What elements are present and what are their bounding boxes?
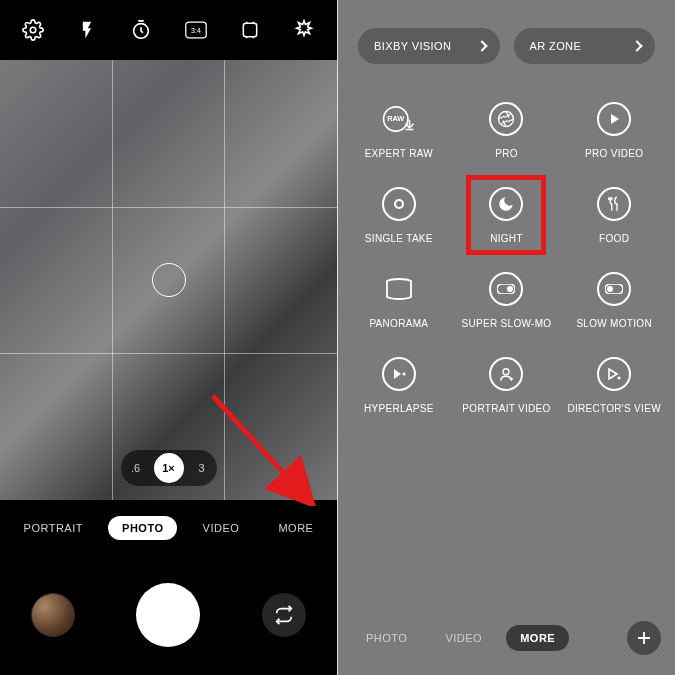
- svg-point-15: [503, 369, 509, 375]
- tab-photo[interactable]: PHOTO: [352, 625, 421, 651]
- mode-label: DIRECTOR'S VIEW: [567, 403, 660, 414]
- more-modes-grid: RAW EXPERT RAW PRO PRO VIDEO SINGLE TAKE…: [338, 74, 675, 424]
- shutter-button[interactable]: [136, 583, 200, 647]
- gallery-thumbnail[interactable]: [31, 593, 75, 637]
- mode-expert-raw[interactable]: RAW EXPERT RAW: [348, 102, 450, 159]
- bixby-vision-button[interactable]: BIXBY VISION: [358, 28, 500, 64]
- mode-photo[interactable]: PHOTO: [108, 516, 177, 540]
- grid-line: [112, 60, 113, 500]
- slow-motion-icon: [597, 272, 631, 306]
- grid-line: [0, 207, 337, 208]
- portrait-video-icon: [489, 357, 523, 391]
- annotation-arrow-icon: [203, 386, 323, 506]
- mode-label: PRO VIDEO: [585, 148, 643, 159]
- mode-label: PANORAMA: [369, 318, 428, 329]
- mode-super-slow-mo[interactable]: SUPER SLOW-MO: [456, 272, 558, 329]
- mode-pro-video[interactable]: PRO VIDEO: [563, 102, 665, 159]
- ar-zone-button[interactable]: AR ZONE: [514, 28, 656, 64]
- camera-app-more-modes: BIXBY VISION AR ZONE RAW EXPERT RAW PRO …: [338, 0, 675, 675]
- camera-top-toolbar: 3:4: [0, 0, 337, 60]
- mode-directors-view[interactable]: DIRECTOR'S VIEW: [563, 357, 665, 414]
- svg-point-16: [618, 377, 621, 380]
- zoom-tele[interactable]: 3: [192, 462, 212, 474]
- camera-app-photo-view: 3:4 .6 1× 3 PORTRAIT PHOTO VIDEO MORE: [0, 0, 337, 675]
- mode-label: EXPERT RAW: [365, 148, 433, 159]
- top-feature-buttons: BIXBY VISION AR ZONE: [338, 0, 675, 74]
- svg-point-11: [507, 286, 513, 292]
- zoom-wide[interactable]: .6: [126, 462, 146, 474]
- zoom-1x[interactable]: 1×: [154, 453, 184, 483]
- mode-panorama[interactable]: PANORAMA: [348, 272, 450, 329]
- mode-label: SUPER SLOW-MO: [462, 318, 552, 329]
- flash-icon[interactable]: [76, 19, 98, 41]
- grid-line: [0, 353, 337, 354]
- mode-label: PORTRAIT VIDEO: [462, 403, 550, 414]
- mode-night[interactable]: NIGHT: [456, 187, 558, 244]
- grid-line: [224, 60, 225, 500]
- mode-video[interactable]: VIDEO: [189, 516, 254, 540]
- mode-single-take[interactable]: SINGLE TAKE: [348, 187, 450, 244]
- svg-line-5: [213, 396, 303, 494]
- bottom-mode-tabs: PHOTO VIDEO MORE: [338, 611, 675, 665]
- svg-text:3:4: 3:4: [191, 27, 201, 34]
- timer-icon[interactable]: [130, 19, 152, 41]
- play-icon: [597, 102, 631, 136]
- chevron-right-icon: [631, 40, 642, 51]
- svg-point-13: [607, 286, 613, 292]
- switch-camera-button[interactable]: [262, 593, 306, 637]
- svg-rect-4: [243, 23, 256, 36]
- director-icon: [597, 357, 631, 391]
- record-icon: [382, 187, 416, 221]
- svg-text:RAW: RAW: [387, 114, 404, 123]
- mode-hyperlapse[interactable]: HYPERLAPSE: [348, 357, 450, 414]
- mode-portrait[interactable]: PORTRAIT: [10, 516, 97, 540]
- chevron-right-icon: [476, 40, 487, 51]
- zoom-selector[interactable]: .6 1× 3: [121, 450, 217, 486]
- add-mode-button[interactable]: [627, 621, 661, 655]
- camera-viewfinder[interactable]: .6 1× 3: [0, 60, 337, 500]
- aspect-ratio-icon[interactable]: 3:4: [185, 19, 207, 41]
- food-icon: [597, 187, 631, 221]
- svg-point-14: [402, 373, 405, 376]
- slow-mo-icon: [489, 272, 523, 306]
- motion-photo-icon[interactable]: [239, 19, 261, 41]
- panorama-icon: [382, 272, 416, 306]
- raw-icon: RAW: [382, 102, 416, 136]
- mode-portrait-video[interactable]: PORTRAIT VIDEO: [456, 357, 558, 414]
- mode-pro[interactable]: PRO: [456, 102, 558, 159]
- settings-icon[interactable]: [22, 19, 44, 41]
- mode-more[interactable]: MORE: [264, 516, 327, 540]
- tab-more[interactable]: MORE: [506, 625, 569, 651]
- focus-indicator: [152, 263, 186, 297]
- mode-label: FOOD: [599, 233, 629, 244]
- mode-label: HYPERLAPSE: [364, 403, 434, 414]
- mode-label: PRO: [495, 148, 518, 159]
- tab-video[interactable]: VIDEO: [431, 625, 496, 651]
- mode-food[interactable]: FOOD: [563, 187, 665, 244]
- svg-point-0: [30, 27, 36, 33]
- mode-label: SLOW MOTION: [576, 318, 652, 329]
- mode-label: SINGLE TAKE: [365, 233, 433, 244]
- camera-mode-tabs: PORTRAIT PHOTO VIDEO MORE: [0, 500, 337, 555]
- camera-shutter-bar: [0, 555, 337, 675]
- svg-point-9: [499, 112, 514, 127]
- mode-slow-motion[interactable]: SLOW MOTION: [563, 272, 665, 329]
- filters-icon[interactable]: [293, 19, 315, 41]
- aperture-icon: [489, 102, 523, 136]
- hyperlapse-icon: [382, 357, 416, 391]
